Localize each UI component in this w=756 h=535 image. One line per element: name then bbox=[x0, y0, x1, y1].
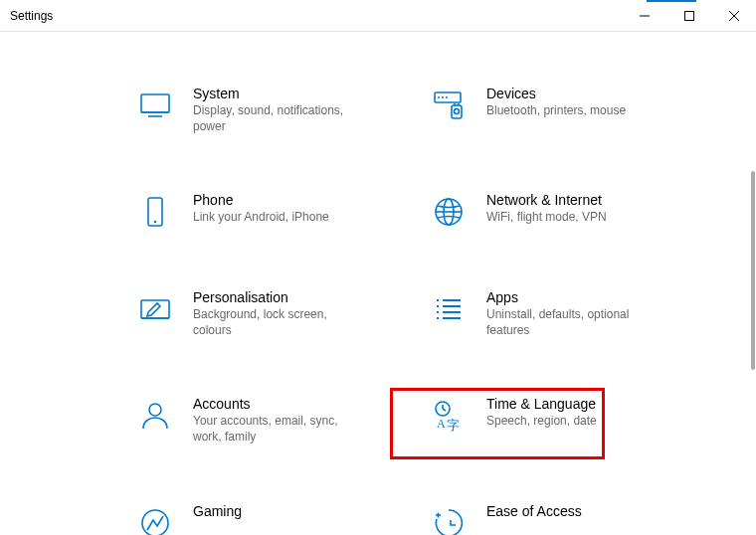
category-title: Network & Internet bbox=[486, 192, 607, 208]
category-desc: WiFi, flight mode, VPN bbox=[486, 210, 607, 226]
svg-text:字: 字 bbox=[447, 418, 460, 433]
category-network[interactable]: Network & Internet WiFi, flight mode, VP… bbox=[423, 188, 716, 236]
category-desc: Link your Android, iPhone bbox=[193, 210, 329, 226]
accounts-icon bbox=[135, 396, 175, 436]
window-title: Settings bbox=[10, 9, 53, 23]
settings-home: System Display, sound, notifications, po… bbox=[0, 32, 756, 535]
window-controls bbox=[622, 0, 756, 31]
system-icon bbox=[135, 86, 175, 125]
category-phone[interactable]: Phone Link your Android, iPhone bbox=[129, 188, 423, 236]
svg-rect-1 bbox=[684, 11, 693, 20]
category-devices[interactable]: Devices Bluetooth, printers, mouse bbox=[423, 82, 716, 138]
category-title: Gaming bbox=[193, 503, 242, 519]
svg-point-30 bbox=[149, 404, 161, 416]
category-desc: Display, sound, notifications, power bbox=[193, 103, 352, 134]
maximize-button[interactable] bbox=[666, 0, 711, 31]
personalisation-icon bbox=[135, 289, 175, 329]
svg-rect-4 bbox=[141, 94, 169, 112]
category-title: Time & Language bbox=[486, 396, 597, 412]
category-apps[interactable]: Apps Uninstall, defaults, optional featu… bbox=[423, 285, 716, 342]
category-desc: Uninstall, defaults, optional features bbox=[486, 307, 646, 338]
ease-of-access-icon bbox=[429, 503, 469, 535]
devices-icon bbox=[429, 86, 469, 125]
network-icon bbox=[429, 192, 469, 232]
category-title: Devices bbox=[486, 86, 626, 101]
svg-point-12 bbox=[455, 109, 460, 114]
category-gaming[interactable]: Gaming bbox=[129, 499, 423, 535]
category-accounts[interactable]: Accounts Your accounts, email, sync, wor… bbox=[129, 392, 423, 448]
phone-icon bbox=[135, 192, 175, 232]
category-system[interactable]: System Display, sound, notifications, po… bbox=[129, 82, 423, 138]
titlebar: Settings bbox=[0, 0, 756, 32]
close-button[interactable] bbox=[711, 0, 756, 31]
scrollbar[interactable] bbox=[742, 32, 756, 535]
category-personalisation[interactable]: Personalisation Background, lock screen,… bbox=[129, 285, 423, 342]
svg-rect-20 bbox=[141, 300, 169, 318]
category-title: Accounts bbox=[193, 396, 352, 412]
scrollbar-thumb[interactable] bbox=[751, 171, 755, 370]
gaming-icon bbox=[135, 503, 175, 535]
svg-line-33 bbox=[443, 409, 446, 411]
category-desc: Speech, region, date bbox=[486, 414, 597, 430]
svg-point-16 bbox=[154, 221, 157, 224]
category-ease-of-access[interactable]: Ease of Access bbox=[423, 499, 716, 535]
minimize-button[interactable] bbox=[622, 0, 666, 31]
apps-icon bbox=[429, 289, 469, 329]
category-title: Apps bbox=[486, 289, 646, 305]
category-desc: Bluetooth, printers, mouse bbox=[486, 103, 626, 119]
svg-text:A: A bbox=[437, 417, 446, 431]
category-title: Ease of Access bbox=[486, 503, 582, 519]
category-title: System bbox=[193, 86, 352, 101]
category-title: Personalisation bbox=[193, 289, 352, 305]
category-title: Phone bbox=[193, 192, 329, 208]
category-desc: Your accounts, email, sync, work, family bbox=[193, 414, 352, 445]
svg-rect-11 bbox=[452, 105, 462, 118]
category-grid: System Display, sound, notifications, po… bbox=[0, 82, 756, 535]
category-desc: Background, lock screen, colours bbox=[193, 307, 352, 338]
category-time-language[interactable]: A 字 Time & Language Speech, region, date bbox=[423, 392, 716, 448]
time-language-icon: A 字 bbox=[429, 396, 469, 436]
